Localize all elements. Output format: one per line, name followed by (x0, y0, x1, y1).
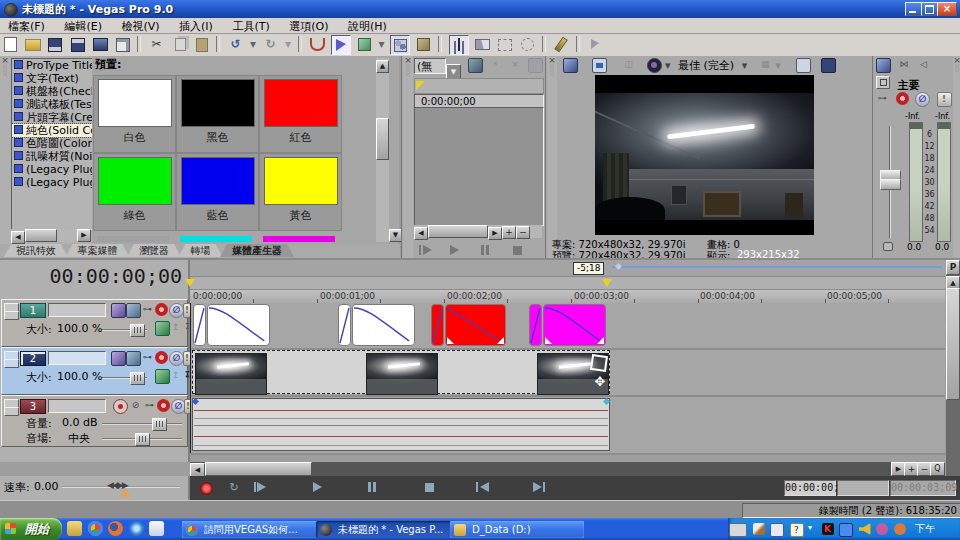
track-header-1[interactable]: 1 ⊶ ∅ ! 大小: 100.0 % ↥ ↧ (1, 299, 188, 347)
minimize-button[interactable] (905, 2, 922, 16)
tray-update-icon[interactable] (894, 523, 906, 535)
event-pan-crop-icon[interactable] (590, 354, 608, 372)
envelope-point-icon[interactable] (192, 398, 199, 405)
scroll-thumb[interactable] (205, 462, 312, 476)
clip-white-2[interactable] (352, 304, 415, 346)
track-number-badge[interactable]: 1 (20, 303, 46, 318)
preset-white[interactable]: 白色 (93, 75, 176, 153)
generator-item-legacy-2[interactable]: (Legacy Plug-In (12, 176, 92, 189)
generator-item-checkerboard[interactable]: 棋盤格(Checkerl (12, 85, 92, 98)
panel-grip[interactable]: × ⁙⁙ (953, 56, 960, 258)
preview-quality-icon[interactable] (647, 58, 662, 73)
panel-grip[interactable]: × ⁙⁙⁙ (547, 56, 557, 258)
fade-handle[interactable] (597, 337, 604, 344)
multicam-icon[interactable] (155, 321, 170, 336)
dim-output-icon[interactable]: ◁ (917, 58, 930, 71)
normal-edit-tool-icon[interactable] (331, 35, 351, 55)
generator-item-noise-texture[interactable]: 訊噪材質(Noise (12, 150, 92, 163)
cursor-position-box[interactable]: 00:00:00;00 (784, 480, 836, 496)
copy-icon[interactable] (170, 35, 188, 53)
quicklaunch-firefox-icon[interactable] (108, 521, 123, 536)
selection-tool-icon[interactable] (390, 35, 410, 55)
taskbar-window-explorer[interactable]: D_Data (D:) (450, 521, 584, 538)
edit-cursor[interactable] (190, 303, 191, 453)
scroll-left-icon[interactable]: ◀ (11, 231, 25, 244)
generator-item-color-gradient[interactable]: 色階圖(Color Gra (12, 137, 92, 150)
loop-region-handle[interactable] (615, 263, 622, 270)
bypass-motion-blur-icon[interactable]: ⊶ (141, 351, 154, 364)
clip-red[interactable] (445, 304, 506, 346)
preset-red[interactable]: 紅色 (259, 75, 342, 153)
panel-grip[interactable]: × ⁙⁙⁙ (0, 56, 10, 244)
generator-item-solid-color[interactable]: 純色(Solid Color (12, 124, 92, 137)
slider-handle[interactable] (135, 433, 150, 446)
marker-icon[interactable] (602, 279, 612, 287)
tray-kaspersky-icon[interactable]: K (822, 523, 834, 535)
timeline-vscrollbar[interactable]: P ▲ ▼ + − (946, 260, 960, 476)
pause-button[interactable] (361, 479, 385, 496)
tab-explorer[interactable]: 瀏覽器 (127, 244, 181, 257)
tab-video-fx[interactable]: 視訊特效 (4, 244, 68, 257)
scroll-thumb[interactable] (946, 288, 960, 400)
panel-grip[interactable]: × ⁙⁙⁙ (403, 56, 413, 258)
track-lane-3[interactable] (190, 397, 945, 455)
audio-event[interactable] (192, 398, 610, 451)
record-button[interactable] (196, 479, 216, 496)
undo-dropdown-icon[interactable]: ▾ (249, 35, 257, 53)
preset-partial-cyan[interactable] (180, 236, 252, 242)
tray-keyboard-icon[interactable] (729, 523, 747, 537)
quicklaunch-chrome-icon[interactable] (88, 521, 103, 536)
bus-collapse-button[interactable] (876, 76, 890, 89)
bus-fx-icon[interactable] (896, 92, 909, 105)
pin-icon[interactable]: ⁙⁙⁙ (403, 65, 413, 77)
track-restore-button[interactable] (4, 359, 19, 368)
start-button[interactable]: 開始 (0, 518, 62, 540)
mixer-properties-icon[interactable] (876, 58, 891, 73)
save-project-icon[interactable] (46, 35, 64, 53)
play-from-start-button[interactable] (250, 479, 274, 496)
clip-magenta-fadein[interactable] (529, 304, 542, 346)
pan-slider[interactable] (102, 438, 182, 439)
track-compositing-icon[interactable] (126, 303, 141, 318)
scroll-right-icon[interactable]: ▶ (488, 227, 502, 240)
timeline-command-bar[interactable] (190, 277, 945, 290)
pin-icon[interactable]: ⁙⁙⁙ (547, 65, 557, 77)
clip-white-1-fadein[interactable] (193, 304, 206, 346)
menu-edit[interactable]: 編輯(E) (56, 18, 110, 35)
preset-yellow[interactable]: 黃色 (259, 153, 342, 231)
fade-handle[interactable] (354, 337, 361, 344)
track-name-input[interactable] (48, 399, 106, 413)
track-mute-icon[interactable]: ∅ (169, 351, 184, 366)
selection-length-box[interactable] (837, 480, 889, 496)
event-move-icon[interactable]: ✥ (593, 375, 607, 389)
slider-handle[interactable] (130, 324, 145, 337)
quality-dropdown-arrow-icon[interactable]: ▾ (665, 59, 671, 72)
tab-project-media[interactable]: 專案媒體 (66, 244, 130, 257)
timeline-big-timecode[interactable]: 00:00:00;00 (0, 264, 182, 292)
meter-left[interactable] (909, 122, 923, 242)
cut-icon[interactable]: ✂ (148, 35, 166, 53)
redo-dropdown-icon[interactable]: ▾ (284, 35, 292, 53)
track-restore-button[interactable] (4, 311, 19, 320)
envelope-tool-icon[interactable] (355, 35, 373, 53)
pan-value[interactable]: 中央 (68, 431, 90, 446)
tab-transitions[interactable]: 轉場 (179, 244, 223, 257)
tray-volume-icon[interactable] (859, 523, 871, 535)
undo-icon[interactable]: ↺ (227, 35, 245, 53)
zoom-tool-icon[interactable] (415, 35, 433, 53)
trimmer-hscrollbar[interactable]: ◀▶+− (414, 225, 542, 238)
track-compositing-icon[interactable] (126, 351, 141, 366)
envelope-dropdown-icon[interactable]: ▾ (378, 35, 386, 53)
generator-item-legacy-1[interactable]: (Legacy Plug-In (12, 163, 92, 176)
new-project-icon[interactable] (1, 35, 19, 53)
tray-network-icon[interactable] (839, 523, 853, 537)
envelope-point-icon[interactable] (603, 398, 610, 405)
slider-handle[interactable] (152, 418, 167, 431)
paste-icon[interactable] (193, 35, 211, 53)
edit-cursor-marker-icon[interactable] (185, 279, 195, 287)
go-to-start-button[interactable] (472, 479, 496, 496)
snap-icon[interactable] (308, 35, 326, 53)
track-mute-icon[interactable]: ∅ (169, 303, 184, 318)
tray-collapse-icon[interactable]: ▾ (808, 523, 812, 532)
preset-blue[interactable]: 藍色 (176, 153, 259, 231)
